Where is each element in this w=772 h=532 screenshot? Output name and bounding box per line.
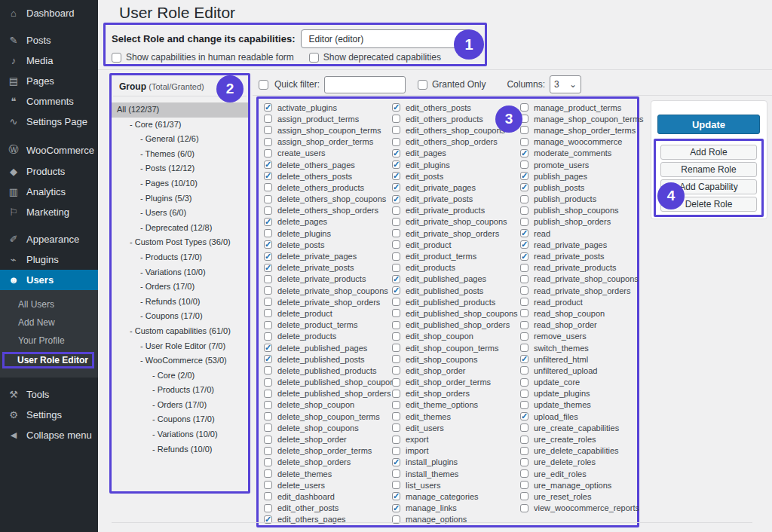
- capability-checkbox-delete_products[interactable]: [264, 332, 272, 341]
- capability-checkbox-ure_create_roles[interactable]: [520, 436, 528, 444]
- capability-checkbox-delete_published_shop_orders[interactable]: [264, 390, 272, 398]
- capability-checkbox-activate_plugins[interactable]: ✓: [264, 103, 272, 112]
- group-item--general-12-6-[interactable]: - General (12/6): [112, 132, 248, 147]
- sidebar-item-media[interactable]: ♪Media: [0, 50, 98, 71]
- capability-checkbox-edit_published_pages[interactable]: ✓: [392, 275, 400, 283]
- capability-checkbox-update_core[interactable]: [520, 378, 528, 387]
- sidebar-item-analytics[interactable]: ▥Analytics: [0, 182, 98, 202]
- group-item--variations-10-0-[interactable]: - Variations (10/0): [112, 427, 248, 442]
- capability-checkbox-delete_shop_coupons[interactable]: [264, 423, 272, 432]
- capability-checkbox-read_private_posts[interactable]: ✓: [520, 252, 528, 261]
- capability-checkbox-ure_manage_options[interactable]: [520, 481, 528, 489]
- capability-checkbox-edit_published_shop_coupons[interactable]: [392, 309, 400, 317]
- group-item--posts-12-12-[interactable]: - Posts (12/12): [112, 161, 248, 176]
- capability-checkbox-read[interactable]: ✓: [520, 229, 528, 237]
- capability-checkbox-edit_pages[interactable]: ✓: [392, 149, 400, 157]
- sidebar-item-settings[interactable]: ⚙Settings: [0, 405, 98, 425]
- group-item--refunds-10-0-[interactable]: - Refunds (10/0): [112, 295, 248, 310]
- capability-checkbox-publish_shop_orders[interactable]: [520, 218, 528, 226]
- group-item--users-6-0-[interactable]: - Users (6/0): [112, 206, 248, 221]
- capability-checkbox-delete_others_posts[interactable]: ✓: [264, 172, 272, 180]
- group-item--coupons-17-0-[interactable]: - Coupons (17/0): [112, 412, 248, 427]
- rename-role-button[interactable]: Rename Role: [660, 162, 757, 177]
- capability-checkbox-moderate_comments[interactable]: ✓: [520, 149, 528, 157]
- capability-checkbox-edit_shop_coupons[interactable]: [392, 355, 400, 363]
- capability-checkbox-ure_create_capabilities[interactable]: [520, 423, 528, 432]
- columns-select[interactable]: 3 ⌄: [550, 75, 581, 93]
- capability-checkbox-delete_shop_coupon[interactable]: [264, 401, 272, 409]
- group-item--orders-17-0-[interactable]: - Orders (17/0): [112, 280, 248, 295]
- sidebar-item-posts[interactable]: ✎Posts: [0, 30, 98, 50]
- sidebar-item-users[interactable]: ☻Users: [0, 270, 98, 290]
- group-item--custom-post-types-36-0-[interactable]: - Custom Post Types (36/0): [112, 235, 248, 250]
- capability-checkbox-delete_others_shop_coupons[interactable]: [264, 195, 272, 203]
- capability-checkbox-edit_private_products[interactable]: [392, 206, 400, 215]
- capability-checkbox-edit_theme_options[interactable]: [392, 401, 400, 409]
- capability-checkbox-delete_plugins[interactable]: [264, 229, 272, 237]
- capability-checkbox-delete_pages[interactable]: ✓: [264, 218, 272, 226]
- capability-checkbox-edit_shop_coupon[interactable]: [392, 332, 400, 341]
- capability-checkbox-delete_private_shop_coupons[interactable]: [264, 286, 272, 295]
- group-item--pages-10-10-[interactable]: - Pages (10/10): [112, 176, 248, 191]
- capability-checkbox-read_shop_order[interactable]: [520, 321, 528, 329]
- group-item--core-2-0-[interactable]: - Core (2/0): [112, 368, 248, 384]
- capability-checkbox-read_private_pages[interactable]: ✓: [520, 240, 528, 249]
- capability-checkbox-manage_shop_order_terms[interactable]: [520, 126, 528, 134]
- capability-checkbox-ure_delete_capabilities[interactable]: [520, 447, 528, 455]
- capability-checkbox-delete_private_shop_orders[interactable]: [264, 298, 272, 306]
- capability-checkbox-delete_private_products[interactable]: [264, 275, 272, 283]
- sidebar-item-dashboard[interactable]: ⌂Dashboard: [0, 3, 98, 23]
- role-select-dropdown[interactable]: Editor (editor) ⌄: [301, 29, 471, 48]
- capability-checkbox-install_plugins[interactable]: ✓: [392, 458, 400, 466]
- group-item--plugins-5-3-[interactable]: - Plugins (5/3): [112, 191, 248, 206]
- capability-checkbox-edit_published_products[interactable]: [392, 298, 400, 306]
- group-item--custom-capabilities-61-0-[interactable]: - Custom capabilities (61/0): [112, 324, 248, 339]
- capability-checkbox-delete_product_terms[interactable]: [264, 321, 272, 329]
- capability-checkbox-delete_shop_order_terms[interactable]: [264, 447, 272, 455]
- capability-checkbox-delete_posts[interactable]: ✓: [264, 240, 272, 249]
- capability-checkbox-edit_others_shop_coupons[interactable]: [392, 126, 400, 134]
- capability-checkbox-edit_shop_coupon_terms[interactable]: [392, 344, 400, 352]
- capability-checkbox-edit_published_shop_orders[interactable]: [392, 321, 400, 329]
- capability-checkbox-edit_dashboard[interactable]: [264, 492, 272, 500]
- submenu-item-user-role-editor[interactable]: User Role Editor: [0, 350, 98, 371]
- capability-checkbox-delete_published_pages[interactable]: ✓: [264, 344, 272, 352]
- capability-checkbox-publish_pages[interactable]: ✓: [520, 172, 528, 180]
- group-item--variations-10-0-[interactable]: - Variations (10/0): [112, 265, 248, 280]
- capability-checkbox-update_plugins[interactable]: [520, 390, 528, 398]
- capability-checkbox-delete_private_posts[interactable]: ✓: [264, 264, 272, 272]
- capability-checkbox-assign_shop_order_terms[interactable]: [264, 138, 272, 146]
- capability-checkbox-manage_product_terms[interactable]: [520, 103, 528, 112]
- update-button[interactable]: Update: [657, 115, 760, 134]
- capability-checkbox-create_users[interactable]: [264, 149, 272, 157]
- capability-checkbox-edit_shop_order[interactable]: [392, 366, 400, 375]
- quick-filter-input[interactable]: [324, 76, 406, 93]
- group-item--themes-6-0-[interactable]: - Themes (6/0): [112, 147, 248, 162]
- capability-checkbox-edit_private_shop_orders[interactable]: [392, 229, 400, 237]
- group-item--core-61-37-[interactable]: - Core (61/37): [112, 118, 248, 133]
- capability-checkbox-edit_others_products[interactable]: [392, 115, 400, 123]
- capability-checkbox-view_woocommerce_reports[interactable]: [520, 504, 528, 512]
- capability-checkbox-delete_others_pages[interactable]: ✓: [264, 161, 272, 169]
- capability-checkbox-publish_posts[interactable]: ✓: [520, 183, 528, 191]
- capability-checkbox-publish_shop_coupons[interactable]: [520, 206, 528, 215]
- capability-checkbox-export[interactable]: [392, 436, 400, 444]
- capability-checkbox-ure_delete_roles[interactable]: [520, 458, 528, 466]
- capability-checkbox-edit_users[interactable]: [392, 423, 400, 432]
- capability-checkbox-delete_published_shop_coupons[interactable]: [264, 378, 272, 387]
- capability-checkbox-list_users[interactable]: [392, 481, 400, 489]
- group-item--woocommerce-53-0-[interactable]: - WooCommerce (53/0): [112, 353, 248, 368]
- capability-checkbox-ure_reset_roles[interactable]: [520, 492, 528, 500]
- capability-checkbox-edit_shop_order_terms[interactable]: [392, 378, 400, 387]
- capability-checkbox-ure_edit_roles[interactable]: [520, 469, 528, 478]
- sidebar-item-collapse-menu[interactable]: ◀Collapse menu: [0, 425, 98, 445]
- capability-checkbox-edit_plugins[interactable]: ✓: [392, 161, 400, 169]
- capability-checkbox-delete_shop_orders[interactable]: [264, 458, 272, 466]
- capability-checkbox-delete_product[interactable]: [264, 309, 272, 317]
- capability-checkbox-delete_published_posts[interactable]: ✓: [264, 355, 272, 363]
- capability-checkbox-update_themes[interactable]: [520, 401, 528, 409]
- capability-checkbox-read_shop_coupon[interactable]: [520, 309, 528, 317]
- sidebar-item-settings-page[interactable]: ∿Settings Page: [0, 112, 98, 132]
- submenu-item-your-profile[interactable]: Your Profile: [0, 332, 98, 350]
- capability-checkbox-assign_product_terms[interactable]: [264, 115, 272, 123]
